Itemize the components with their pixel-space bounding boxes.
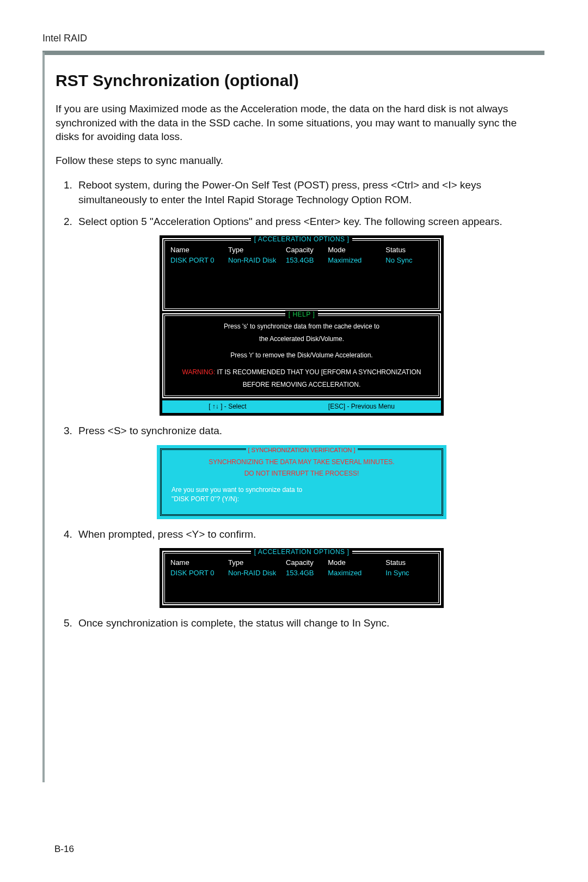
table-row: DISK PORT 0 Non-RAID Disk 153.4GB Maximi…	[170, 568, 433, 579]
col-mode: Mode	[328, 245, 385, 256]
table-header-row: Name Type Capacity Mode Status	[170, 558, 433, 568]
panel-title-text: [ ACCELERATION OPTIONS ]	[251, 548, 352, 556]
page-number: B-16	[54, 844, 74, 855]
sync-prompt-line: Are you sure you want to synchronize dat…	[171, 485, 432, 495]
step-1: Reboot system, during the Power-On Self …	[75, 178, 528, 208]
panel-accel: [ ACCELERATION OPTIONS ] Name Type Capac…	[162, 551, 441, 605]
table-row: DISK PORT 0 Non-RAID Disk 153.4GB Maximi…	[170, 256, 433, 266]
follow-paragraph: Follow these steps to sync manually.	[56, 154, 528, 168]
sync-prompt-line: "DISK PORT 0"? (Y/N):	[171, 495, 432, 504]
step-2: Select option 5 "Acceleration Options" a…	[75, 214, 528, 229]
col-mode: Mode	[328, 558, 385, 568]
step-5: Once synchronization is complete, the st…	[75, 616, 528, 631]
help-line: Press 'r' to remove the Disk/Volume Acce…	[170, 349, 433, 362]
sync-warn-line: DO NOT INTERRUPT THE PROCESS!	[171, 468, 432, 480]
intro-paragraph: If you are using Maximized mode as the A…	[56, 102, 528, 144]
running-head: Intel RAID	[42, 33, 544, 44]
warning-label: WARNING:	[182, 368, 216, 376]
cell-capacity: 153.4GB	[286, 568, 328, 579]
cell-type: Non-RAID Disk	[228, 256, 286, 266]
content: RST Synchronization (optional) If you ar…	[56, 55, 528, 631]
panel-title-text: [ ACCELERATION OPTIONS ]	[251, 235, 352, 243]
warning-text: IT IS RECOMMENDED THAT YOU [ERFORM A SYN…	[215, 368, 421, 376]
bios-screen-sync-verification: [ SYNCHRONIZATION VERIFICATION ] SYNCHRO…	[157, 445, 446, 519]
cell-status: In Sync	[385, 568, 433, 579]
panel-title-text: [ HELP ]	[285, 311, 318, 318]
col-status: Status	[385, 558, 433, 568]
steps-list: Reboot system, during the Power-On Self …	[56, 178, 528, 631]
col-name: Name	[170, 245, 228, 256]
cell-status: No Sync	[385, 256, 433, 266]
panel-title-text: [ SYNCHRONIZATION VERIFICATION ]	[246, 447, 358, 453]
col-type: Type	[228, 558, 286, 568]
step-4: When prompted, press <Y> to confirm.	[75, 527, 528, 542]
help-line: BEFORE REMOVING ACCELERATION.	[170, 379, 433, 391]
panel-title: [ HELP ]	[163, 310, 440, 319]
cell-type: Non-RAID Disk	[228, 568, 286, 579]
help-warning: WARNING: IT IS RECOMMENDED THAT YOU [ERF…	[170, 366, 433, 379]
bios-screen-acceleration-options: [ ACCELERATION OPTIONS ] Name Type Capac…	[160, 235, 444, 416]
header-rule	[42, 51, 544, 55]
page: Intel RAID RST Synchronization (optional…	[0, 0, 588, 882]
cell-mode: Maximized	[328, 568, 385, 579]
help-line: the Accelerated Disk/Volume.	[170, 333, 433, 345]
cell-mode: Maximized	[328, 256, 385, 266]
panel-title: [ SYNCHRONIZATION VERIFICATION ]	[162, 446, 442, 455]
footer-bar: [ ↑↓ ] - Select [ESC] - Previous Menu	[162, 400, 441, 413]
sync-warn-line: SYNCHRONIZING THE DATA MAY TAKE SEVERAL …	[171, 457, 432, 469]
table-header-row: Name Type Capacity Mode Status	[170, 245, 433, 256]
panel-title: [ ACCELERATION OPTIONS ]	[163, 235, 440, 244]
page-title: RST Synchronization (optional)	[56, 71, 528, 90]
panel-accel: [ ACCELERATION OPTIONS ] Name Type Capac…	[162, 238, 441, 311]
help-line: Press 's' to synchronize data from the c…	[170, 320, 433, 333]
col-status: Status	[385, 245, 433, 256]
col-capacity: Capacity	[286, 245, 328, 256]
vertical-rule	[42, 52, 45, 782]
bios-screen-acceleration-options-after: [ ACCELERATION OPTIONS ] Name Type Capac…	[160, 548, 444, 608]
footer-select-hint: [ ↑↓ ] - Select	[209, 402, 246, 411]
cell-capacity: 153.4GB	[286, 256, 328, 266]
step-3: Press <S> to synchronize data.	[75, 423, 528, 439]
panel-help: [ HELP ] Press 's' to synchronize data f…	[162, 313, 441, 398]
cell-name: DISK PORT 0	[170, 256, 228, 266]
footer-esc-hint: [ESC] - Previous Menu	[328, 402, 395, 411]
panel-title: [ ACCELERATION OPTIONS ]	[163, 548, 440, 557]
col-capacity: Capacity	[286, 558, 328, 568]
col-name: Name	[170, 558, 228, 568]
cell-name: DISK PORT 0	[170, 568, 228, 579]
col-type: Type	[228, 245, 286, 256]
